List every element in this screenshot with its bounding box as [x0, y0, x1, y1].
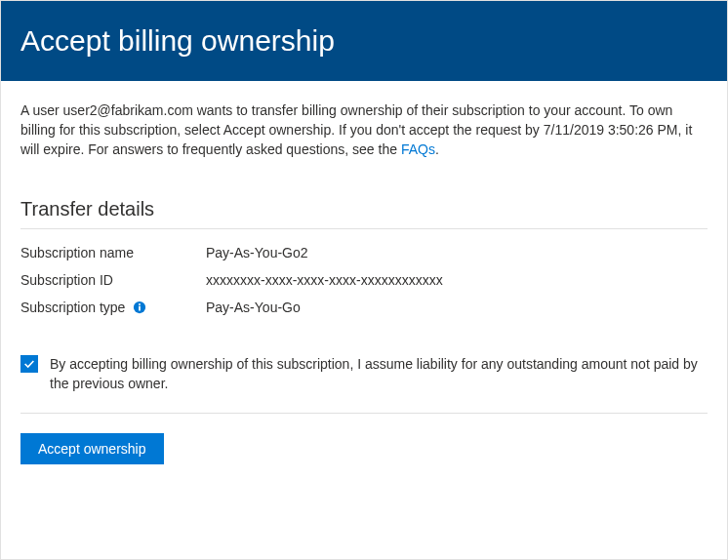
- subscription-id-label: Subscription ID: [20, 272, 113, 288]
- info-icon[interactable]: [133, 300, 146, 314]
- subscription-name-label: Subscription name: [20, 245, 134, 260]
- intro-text-part1: A user user2@fabrikam.com wants to trans…: [20, 102, 692, 157]
- accept-ownership-button[interactable]: Accept ownership: [20, 433, 164, 464]
- svg-point-2: [139, 303, 141, 305]
- svg-rect-1: [140, 306, 142, 311]
- intro-text: A user user2@fabrikam.com wants to trans…: [20, 100, 708, 159]
- detail-label: Subscription type: [20, 300, 206, 315]
- subscription-id-value: xxxxxxxx-xxxx-xxxx-xxxx-xxxxxxxxxxxx: [206, 272, 443, 288]
- consent-row: By accepting billing ownership of this s…: [20, 354, 708, 414]
- subscription-type-value: Pay-As-You-Go: [206, 300, 301, 315]
- intro-text-part2: .: [435, 141, 439, 157]
- detail-label: Subscription name: [20, 245, 206, 260]
- detail-row-subscription-type: Subscription type Pay-As-You-Go: [20, 300, 708, 315]
- dialog-title: Accept billing ownership: [20, 24, 335, 57]
- dialog-header: Accept billing ownership: [1, 1, 727, 81]
- consent-label: By accepting billing ownership of this s…: [50, 354, 708, 393]
- detail-row-subscription-id: Subscription ID xxxxxxxx-xxxx-xxxx-xxxx-…: [20, 272, 708, 288]
- detail-row-subscription-name: Subscription name Pay-As-You-Go2: [20, 245, 708, 260]
- dialog-body: A user user2@fabrikam.com wants to trans…: [1, 81, 727, 484]
- subscription-type-label: Subscription type: [20, 300, 125, 315]
- consent-checkbox[interactable]: [20, 355, 38, 373]
- section-title-transfer-details: Transfer details: [20, 198, 708, 229]
- faqs-link[interactable]: FAQs: [401, 141, 435, 157]
- subscription-name-value: Pay-As-You-Go2: [206, 245, 308, 260]
- detail-label: Subscription ID: [20, 272, 206, 288]
